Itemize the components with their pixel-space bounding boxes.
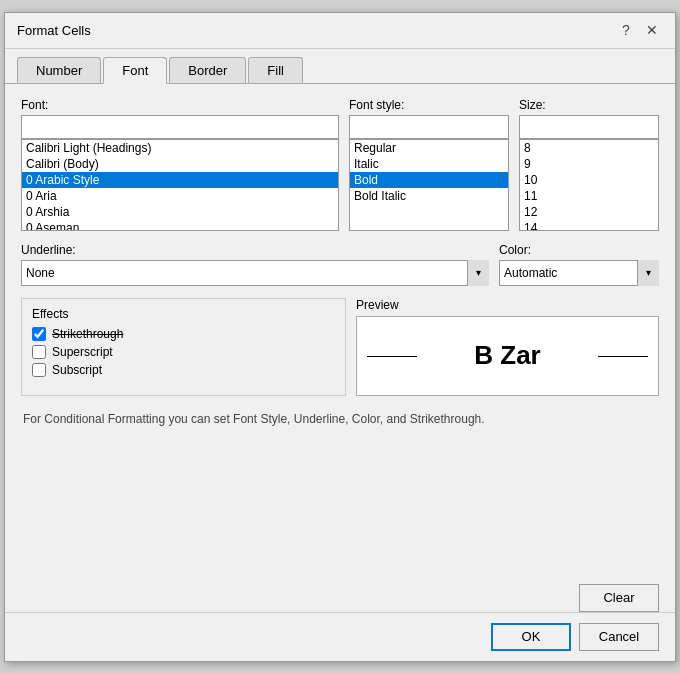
- tab-border[interactable]: Border: [169, 57, 246, 83]
- preview-line-left: [367, 356, 417, 357]
- size-11[interactable]: 11: [520, 188, 658, 204]
- close-button[interactable]: ✕: [641, 19, 663, 41]
- tab-content: Font: Calibri Light (Headings) Calibri (…: [5, 84, 675, 576]
- font-item-calibri-body[interactable]: Calibri (Body): [22, 156, 338, 172]
- strikethrough-row[interactable]: Strikethrough: [32, 327, 335, 341]
- title-bar: Format Cells ? ✕: [5, 13, 675, 49]
- font-style-listbox[interactable]: Regular Italic Bold Bold Italic: [349, 139, 509, 231]
- help-button[interactable]: ?: [615, 19, 637, 41]
- preview-box: B Zar: [356, 316, 659, 396]
- font-listbox[interactable]: Calibri Light (Headings) Calibri (Body) …: [21, 139, 339, 231]
- size-12[interactable]: 12: [520, 204, 658, 220]
- underline-color-row: Underline: None Single Double Single Acc…: [21, 243, 659, 286]
- preview-column: Preview B Zar: [356, 298, 659, 396]
- color-column: Color: Automatic Black White Red Green B…: [499, 243, 659, 286]
- font-item-aseman[interactable]: 0 Aseman: [22, 220, 338, 231]
- font-row: Font: Calibri Light (Headings) Calibri (…: [21, 98, 659, 231]
- style-bold[interactable]: Bold: [350, 172, 508, 188]
- strikethrough-checkbox[interactable]: [32, 327, 46, 341]
- size-column: Size: 8 9 10 11 12 14: [519, 98, 659, 231]
- strikethrough-label: Strikethrough: [52, 327, 123, 341]
- preview-text: B Zar: [474, 340, 540, 371]
- preview-line-right: [598, 356, 648, 357]
- effects-box: Effects Strikethrough Superscript Subscr…: [21, 298, 346, 396]
- format-cells-dialog: Format Cells ? ✕ Number Font Border Fill…: [4, 12, 676, 662]
- clear-area: Clear: [5, 576, 675, 612]
- superscript-label: Superscript: [52, 345, 113, 359]
- size-listbox[interactable]: 8 9 10 11 12 14: [519, 139, 659, 231]
- bottom-buttons: OK Cancel: [5, 612, 675, 661]
- color-label: Color:: [499, 243, 659, 257]
- style-italic[interactable]: Italic: [350, 156, 508, 172]
- subscript-row[interactable]: Subscript: [32, 363, 335, 377]
- tab-fill[interactable]: Fill: [248, 57, 303, 83]
- underline-select[interactable]: None Single Double Single Accounting Dou…: [21, 260, 489, 286]
- style-regular[interactable]: Regular: [350, 140, 508, 156]
- font-style-column: Font style: Regular Italic Bold Bold Ita…: [349, 98, 509, 231]
- clear-button[interactable]: Clear: [579, 584, 659, 612]
- color-select[interactable]: Automatic Black White Red Green Blue: [499, 260, 659, 286]
- subscript-checkbox[interactable]: [32, 363, 46, 377]
- tab-number[interactable]: Number: [17, 57, 101, 83]
- superscript-checkbox[interactable]: [32, 345, 46, 359]
- font-input[interactable]: [21, 115, 339, 139]
- size-10[interactable]: 10: [520, 172, 658, 188]
- underline-label: Underline:: [21, 243, 489, 257]
- size-input[interactable]: [519, 115, 659, 139]
- font-label: Font:: [21, 98, 339, 112]
- title-bar-controls: ? ✕: [615, 19, 663, 41]
- font-item-arshia[interactable]: 0 Arshia: [22, 204, 338, 220]
- size-8[interactable]: 8: [520, 140, 658, 156]
- font-column: Font: Calibri Light (Headings) Calibri (…: [21, 98, 339, 231]
- tab-font[interactable]: Font: [103, 57, 167, 84]
- effects-preview-row: Effects Strikethrough Superscript Subscr…: [21, 298, 659, 396]
- dialog-title: Format Cells: [17, 23, 91, 38]
- effects-title: Effects: [32, 307, 335, 321]
- underline-column: Underline: None Single Double Single Acc…: [21, 243, 489, 286]
- size-label: Size:: [519, 98, 659, 112]
- size-9[interactable]: 9: [520, 156, 658, 172]
- font-item-calibri-light[interactable]: Calibri Light (Headings): [22, 140, 338, 156]
- preview-label: Preview: [356, 298, 659, 312]
- cancel-button[interactable]: Cancel: [579, 623, 659, 651]
- font-style-input[interactable]: [349, 115, 509, 139]
- underline-select-wrapper: None Single Double Single Accounting Dou…: [21, 260, 489, 286]
- ok-button[interactable]: OK: [491, 623, 571, 651]
- font-item-arabic-style[interactable]: 0 Arabic Style: [22, 172, 338, 188]
- subscript-label: Subscript: [52, 363, 102, 377]
- superscript-row[interactable]: Superscript: [32, 345, 335, 359]
- style-bold-italic[interactable]: Bold Italic: [350, 188, 508, 204]
- tabs-row: Number Font Border Fill: [5, 49, 675, 84]
- info-text: For Conditional Formatting you can set F…: [21, 412, 659, 426]
- font-item-aria[interactable]: 0 Aria: [22, 188, 338, 204]
- font-style-label: Font style:: [349, 98, 509, 112]
- size-14[interactable]: 14: [520, 220, 658, 231]
- color-select-wrapper: Automatic Black White Red Green Blue ▾: [499, 260, 659, 286]
